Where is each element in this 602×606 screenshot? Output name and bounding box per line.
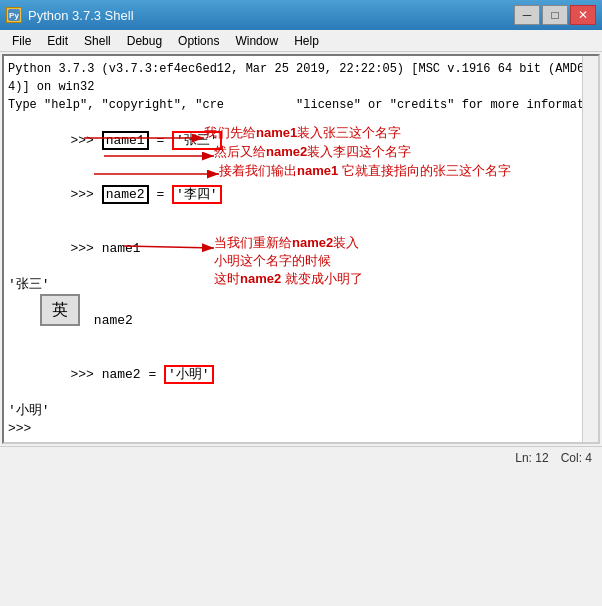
annotation-3: 接着我们输出name1 它就直接指向的张三这个名字 bbox=[219, 162, 511, 180]
xiaoming-highlight: '小明' bbox=[164, 365, 214, 384]
prompt-3: >>> bbox=[70, 241, 101, 256]
assign-3: = bbox=[141, 367, 164, 382]
name2-highlight: name2 bbox=[102, 185, 149, 204]
name2-assign: name2 bbox=[102, 367, 141, 382]
annotation-2: 然后又给name2装入李四这个名字 bbox=[214, 143, 411, 161]
menu-bar: File Edit Shell Debug Options Window Hel… bbox=[0, 30, 602, 52]
svg-text:Py: Py bbox=[9, 11, 19, 20]
prompt-2: >>> bbox=[70, 187, 101, 202]
title-text: Python 3.7.3 Shell bbox=[28, 8, 134, 23]
minimize-button[interactable]: ─ bbox=[514, 5, 540, 25]
title-bar: Py Python 3.7.3 Shell ─ □ ✕ bbox=[0, 0, 602, 30]
assign-2: = bbox=[149, 187, 172, 202]
maximize-button[interactable]: □ bbox=[542, 5, 568, 25]
xiaoming-output: '小明' bbox=[8, 403, 50, 418]
annotation-1: 我们先给name1装入张三这个名字 bbox=[204, 124, 401, 142]
col-status: Col: 4 bbox=[561, 451, 592, 465]
menu-edit[interactable]: Edit bbox=[39, 32, 76, 50]
window: Py Python 3.7.3 Shell ─ □ ✕ File Edit Sh… bbox=[0, 0, 602, 468]
shell-line-4: name2 bbox=[8, 294, 594, 348]
prompt-5: >>> bbox=[70, 367, 101, 382]
prompt-1: >>> bbox=[70, 133, 101, 148]
zhangsan-output: '张三' bbox=[8, 277, 50, 292]
header-line1: Python 3.7.3 (v3.7.3:ef4ec6ed12, Mar 25 … bbox=[8, 60, 594, 78]
scrollbar[interactable] bbox=[582, 56, 598, 442]
assign-1: = bbox=[149, 133, 172, 148]
menu-window[interactable]: Window bbox=[227, 32, 286, 50]
ln-status: Ln: 12 bbox=[515, 451, 548, 465]
menu-help[interactable]: Help bbox=[286, 32, 327, 50]
shell-output-2: '小明' bbox=[8, 402, 594, 420]
lisi-highlight: '李四' bbox=[172, 185, 222, 204]
header-line2: 4)] on win32 bbox=[8, 78, 594, 96]
title-bar-left: Py Python 3.7.3 Shell bbox=[6, 7, 134, 23]
shell-prompt-final[interactable]: >>> bbox=[8, 420, 594, 438]
prompt-final: >>> bbox=[8, 421, 39, 436]
menu-file[interactable]: File bbox=[4, 32, 39, 50]
name1-highlight: name1 bbox=[102, 131, 149, 150]
python-icon: Py bbox=[6, 7, 22, 23]
close-button[interactable]: ✕ bbox=[570, 5, 596, 25]
name1-ref: name1 bbox=[102, 241, 141, 256]
annotation-4: 当我们重新给name2装入 bbox=[214, 234, 359, 252]
header-line3: Type "help", "copyright", "cre "license"… bbox=[8, 96, 594, 114]
menu-options[interactable]: Options bbox=[170, 32, 227, 50]
ying-box: 英 bbox=[40, 294, 80, 326]
shell-content[interactable]: Python 3.7.3 (v3.7.3:ef4ec6ed12, Mar 25 … bbox=[2, 54, 600, 444]
annotation-5: 小明这个名字的时候 bbox=[214, 252, 331, 270]
annotation-6: 这时name2 就变成小明了 bbox=[214, 270, 363, 288]
shell-line-5: >>> name2 = '小明' bbox=[8, 348, 594, 402]
status-bar: Ln: 12 Col: 4 bbox=[0, 446, 602, 468]
menu-shell[interactable]: Shell bbox=[76, 32, 119, 50]
menu-debug[interactable]: Debug bbox=[119, 32, 170, 50]
name2-ref: name2 bbox=[94, 313, 133, 328]
title-controls: ─ □ ✕ bbox=[514, 5, 596, 25]
